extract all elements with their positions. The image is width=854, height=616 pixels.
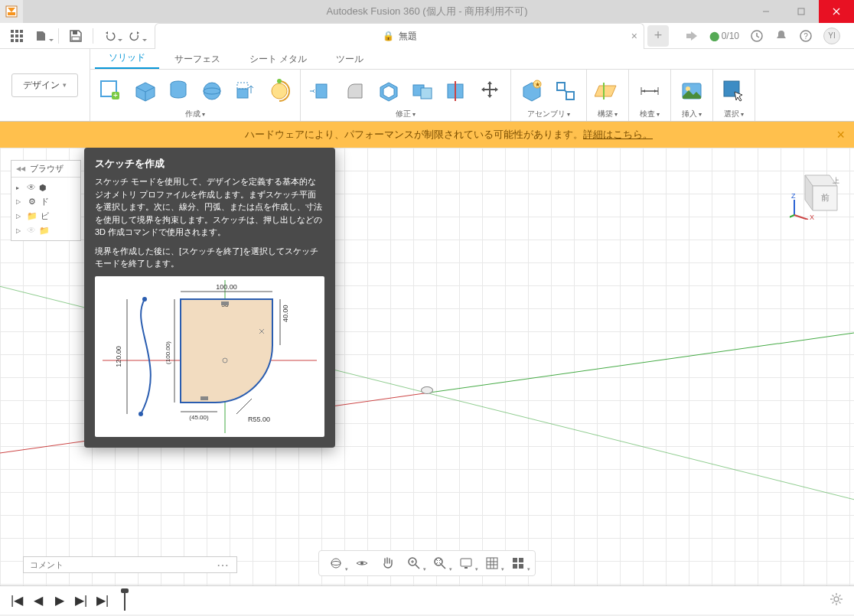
- timeline-play-icon[interactable]: ▶: [52, 593, 67, 608]
- tooltip-preview: 100.00 120.00 (100.00) 40.00 (45.00) R55…: [95, 276, 324, 437]
- new-tab-button[interactable]: +: [647, 25, 669, 47]
- group-label-construct[interactable]: 構築: [598, 109, 618, 119]
- job-status[interactable]: ⬤0/10: [709, 31, 739, 41]
- tree-row[interactable]: ▷👁📁: [13, 223, 79, 237]
- svg-rect-16: [72, 37, 80, 41]
- tab-surface[interactable]: サーフェス: [161, 50, 234, 69]
- svg-rect-15: [73, 31, 77, 34]
- select-icon[interactable]: [719, 77, 748, 106]
- ribbon-tabs: ソリッド サーフェス シート メタル ツール: [90, 49, 854, 69]
- redo-icon[interactable]: [124, 25, 145, 47]
- zoom-icon[interactable]: [405, 554, 423, 572]
- tab-tools[interactable]: ツール: [322, 50, 377, 69]
- svg-point-29: [277, 79, 282, 83]
- svg-line-81: [442, 565, 445, 569]
- close-button[interactable]: [819, 0, 854, 23]
- help-icon[interactable]: ?: [799, 29, 813, 43]
- orbit-icon[interactable]: [327, 554, 345, 572]
- data-panel-icon[interactable]: [6, 25, 28, 47]
- timeline-track[interactable]: [124, 600, 845, 601]
- group-label-assembly[interactable]: アセンブリ: [527, 109, 570, 119]
- svg-point-24: [204, 83, 220, 99]
- extensions-icon[interactable]: [685, 29, 699, 43]
- window-title: Autodesk Fusion 360 (個人用 - 商用利用不可): [327, 5, 528, 18]
- view-cube[interactable]: 前 上 Z X: [790, 166, 836, 212]
- svg-rect-27: [237, 83, 248, 89]
- cylinder-icon[interactable]: [164, 77, 193, 106]
- press-pull-icon[interactable]: [307, 77, 336, 106]
- timeline-prev-icon[interactable]: ◀: [31, 593, 46, 608]
- warning-bar: pad pad pad pad pad pad pad pad pad pad …: [0, 122, 854, 148]
- combine-icon[interactable]: [408, 77, 437, 106]
- lock-icon: 🔒: [383, 31, 394, 41]
- measure-icon[interactable]: [635, 77, 664, 106]
- comment-menu-icon[interactable]: ⋯: [217, 558, 230, 572]
- svg-text:100.00: 100.00: [216, 283, 237, 291]
- joint-icon[interactable]: [551, 77, 580, 106]
- comment-bar: ⋯: [23, 556, 237, 573]
- document-tab[interactable]: 🔒 無題 ×: [155, 23, 644, 49]
- tab-sheetmetal[interactable]: シート メタル: [236, 50, 321, 69]
- group-inspect: 検査: [629, 70, 671, 121]
- revolve-icon[interactable]: [265, 77, 294, 106]
- box-icon[interactable]: [130, 77, 159, 106]
- tree-root[interactable]: ▸👁⬢: [13, 181, 79, 194]
- workspace-button[interactable]: デザイン: [11, 73, 78, 97]
- group-label-create[interactable]: 作成: [185, 109, 205, 119]
- plane-icon[interactable]: [593, 77, 622, 106]
- svg-rect-10: [15, 34, 18, 37]
- group-label-modify[interactable]: 修正: [396, 109, 416, 119]
- pan-icon[interactable]: [379, 554, 397, 572]
- tree-row[interactable]: ▷⚙ド: [13, 194, 79, 209]
- move-icon[interactable]: [475, 77, 504, 106]
- browser-panel: ブラウザ ▸👁⬢ ▷⚙ド ▷📁ビ ▷👁📁: [11, 160, 81, 241]
- fillet-icon[interactable]: [341, 77, 370, 106]
- comment-input[interactable]: [30, 560, 217, 569]
- timeline-next-icon[interactable]: ▶|: [73, 593, 89, 608]
- timeline-marker[interactable]: [124, 591, 125, 611]
- svg-point-75: [360, 562, 363, 565]
- grid-settings-icon[interactable]: [483, 554, 501, 572]
- file-menu-icon[interactable]: [31, 25, 52, 47]
- group-label-select[interactable]: 選択: [724, 109, 744, 119]
- timeline-settings-icon[interactable]: [830, 592, 843, 609]
- tab-solid[interactable]: ソリッド: [95, 48, 159, 69]
- group-label-insert[interactable]: 挿入: [682, 109, 702, 119]
- sphere-icon[interactable]: [197, 77, 227, 106]
- warning-link[interactable]: 詳細はこちら。: [583, 128, 653, 142]
- app-icon: [0, 0, 23, 23]
- warning-close-icon[interactable]: ×: [836, 127, 845, 143]
- minimize-button[interactable]: [748, 0, 784, 23]
- split-icon[interactable]: [442, 77, 471, 106]
- close-tab-icon[interactable]: ×: [631, 30, 637, 42]
- svg-point-93: [834, 597, 839, 601]
- tree-row[interactable]: ▷📁ビ: [13, 209, 79, 223]
- timeline-end-icon[interactable]: ▶|: [95, 593, 110, 608]
- user-avatar[interactable]: YI: [823, 28, 840, 44]
- canvas-area[interactable]: ブラウザ ▸👁⬢ ▷⚙ド ▷📁ビ ▷👁📁 スケッチを作成 スケッチ モードを使用…: [0, 148, 854, 585]
- fit-icon[interactable]: [431, 554, 449, 572]
- save-icon[interactable]: [65, 25, 86, 47]
- new-component-icon[interactable]: ★: [517, 77, 546, 106]
- svg-point-48: [142, 297, 147, 301]
- browser-header[interactable]: ブラウザ: [11, 161, 80, 178]
- create-sketch-icon[interactable]: +: [96, 77, 125, 106]
- display-settings-icon[interactable]: [457, 554, 475, 572]
- timeline-start-icon[interactable]: |◀: [9, 593, 24, 608]
- look-at-icon[interactable]: [353, 554, 371, 572]
- svg-text:R55.00: R55.00: [248, 416, 270, 423]
- svg-rect-8: [20, 30, 23, 33]
- shell-icon[interactable]: [374, 77, 403, 106]
- group-label-inspect[interactable]: 検査: [640, 109, 660, 119]
- maximize-button[interactable]: [784, 0, 819, 23]
- extrude-icon[interactable]: [231, 77, 260, 106]
- viewport-icon[interactable]: [509, 554, 527, 572]
- svg-text:上: 上: [833, 177, 839, 184]
- undo-icon[interactable]: [99, 25, 121, 47]
- notifications-icon[interactable]: [774, 29, 788, 43]
- insert-icon[interactable]: [677, 77, 706, 106]
- tooltip-body-2: 境界を作成した後に、[スケッチを終了]を選択してスケッチモードを終了します。: [95, 245, 324, 270]
- svg-rect-63: [200, 396, 208, 400]
- clock-icon[interactable]: [750, 29, 764, 43]
- svg-rect-62: [221, 301, 229, 305]
